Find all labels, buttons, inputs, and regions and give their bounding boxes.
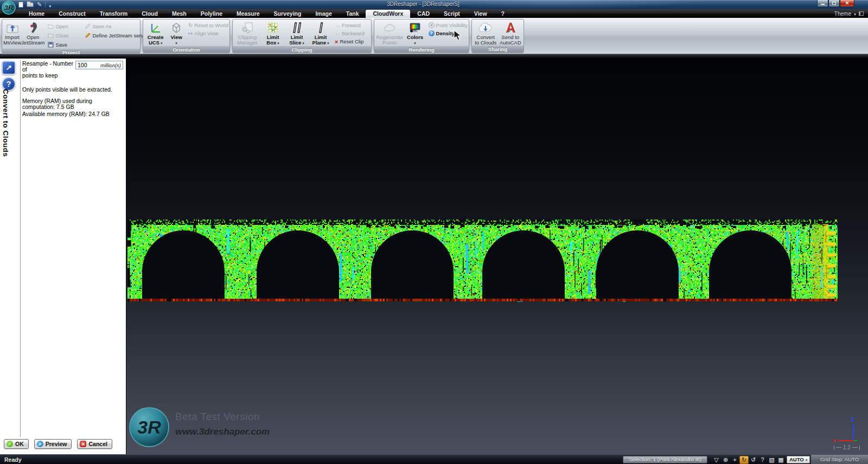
menu-tab-cad[interactable]: CAD [410, 9, 437, 18]
new-document-icon[interactable] [18, 2, 23, 8]
backward-icon [335, 31, 340, 36]
save-as-button[interactable]: Save As [85, 23, 148, 29]
menu-tab-view[interactable]: View [467, 9, 494, 18]
qat-separator [45, 2, 46, 8]
auto-dropdown[interactable]: AUTO [787, 456, 810, 463]
convert-to-clouds-button[interactable]: Convert to Clouds [473, 20, 498, 46]
restore-button[interactable] [828, 0, 840, 7]
save-icon [48, 42, 54, 48]
menu-tab-cloud[interactable]: Cloud [135, 9, 165, 18]
selection-indicator[interactable]: Selection: 1 (Pont Alexandre III) [623, 456, 707, 463]
zoom-region-icon[interactable]: ⊕ [721, 456, 730, 464]
colors-button[interactable]: Colors [404, 20, 426, 46]
axis-x-label: x [833, 437, 836, 443]
send-to-autocad-icon [504, 21, 517, 35]
reset-clip-icon [335, 39, 338, 44]
close-button[interactable] [840, 0, 854, 7]
watermark-beta-text: Beta Test Version [175, 411, 260, 423]
preview-button[interactable]: Preview [34, 439, 72, 449]
open-icon [48, 23, 54, 29]
limit-plane-button[interactable]: Limit Plane [309, 20, 333, 46]
rotate-view-icon[interactable]: ↺ [749, 456, 758, 464]
edit-icon[interactable] [37, 2, 42, 8]
point-visibility-icon [429, 22, 435, 28]
group-label-rendering: Rendering [374, 46, 469, 53]
create-ucs-button[interactable]: Create UCS [144, 20, 167, 46]
qat-dropdown-icon[interactable] [49, 0, 51, 10]
menu-tab-surveying[interactable]: Surveying [267, 9, 309, 18]
menu-tab-home[interactable]: Home [22, 9, 52, 18]
watermark-url-text: www.3dreshaper.com [175, 427, 270, 437]
theme-label[interactable]: Theme [834, 11, 851, 17]
memory-used-text: Memory (RAM) used during computation: 7.… [22, 98, 123, 110]
quick-access-toolbar [18, 1, 51, 8]
menu-tab-tank[interactable]: Tank [339, 9, 366, 18]
point-visibility-button[interactable]: Point Visibility [429, 22, 468, 28]
watermark-logo: 3R [129, 407, 169, 447]
convert-to-clouds-panel: Convert to Clouds Resample - Number of p… [0, 59, 126, 454]
backward-clip-button[interactable]: Backward [335, 30, 365, 36]
menu-tab-script[interactable]: Script [437, 9, 467, 18]
save-button[interactable]: Save [48, 42, 80, 48]
import-msview-button[interactable]: Import MsView [3, 20, 21, 49]
menu-tab-measure[interactable]: Measure [229, 9, 267, 18]
grid-toggle-icon[interactable]: ▦ [776, 456, 786, 464]
scale-value: 1.2 [843, 444, 851, 450]
reset-clip-button[interactable]: Reset Clip [335, 38, 365, 44]
app-logo[interactable]: 3R [2, 1, 16, 15]
open-jetstream-button[interactable]: Open JetStream [21, 20, 44, 49]
align-view-button[interactable]: Align View [188, 30, 228, 36]
define-jetstream-server-button[interactable]: Define JetStream server [85, 33, 148, 38]
limit-box-button[interactable]: Limit Box [261, 20, 285, 46]
close-project-button[interactable]: Close [48, 33, 80, 38]
snap-query-icon[interactable]: ? [758, 456, 767, 464]
cancel-button[interactable]: Cancel [77, 439, 112, 449]
ribbon-group-clipping: Clipping Manager Limit Box Limit Slice [232, 19, 372, 53]
axis-z-line [853, 424, 854, 441]
pan-icon[interactable]: + [730, 456, 739, 464]
viewport-3d[interactable]: 3R Beta Test Version www.3dreshaper.com … [126, 59, 868, 454]
filter-icon[interactable]: ▽ [712, 456, 721, 464]
forward-icon [335, 23, 340, 28]
menu-tab-image[interactable]: Image [308, 9, 339, 18]
ribbon-tabs: HomeConstructTransformCloudMeshPolylineM… [22, 9, 512, 18]
view-cube-icon [170, 21, 183, 35]
ok-button[interactable]: OK [4, 439, 29, 449]
resample-input[interactable] [76, 62, 98, 68]
menu-bar: HomeConstructTransformCloudMeshPolylineM… [0, 9, 868, 18]
forward-clip-button[interactable]: Forward [335, 22, 365, 28]
layout-panes-icon[interactable] [859, 11, 864, 16]
status-icon-strip: ▽⊕+↻↺?▧▦ [712, 455, 786, 464]
menu-tab-cloudworx[interactable]: CloudWorx [366, 10, 410, 18]
clipping-manager-button[interactable]: Clipping Manager [234, 20, 261, 46]
resample-unit-label: million(s) [98, 62, 123, 68]
convert-to-clouds-icon [477, 21, 494, 35]
theme-dropdown-icon[interactable] [854, 11, 856, 17]
regenerate-points-button[interactable]: Regenerate Points [375, 20, 404, 46]
zoom-window-icon[interactable]: ▧ [767, 456, 776, 464]
send-to-autocad-button[interactable]: Send to AutoCAD [498, 20, 522, 46]
reset-to-world-button[interactable]: Reset to World [188, 22, 228, 28]
density-button[interactable]: Density [429, 30, 468, 36]
minimize-button[interactable] [817, 0, 828, 7]
density-icon [429, 30, 435, 36]
menu-tab-transform[interactable]: Transform [93, 9, 135, 18]
axis-y-line [854, 440, 857, 441]
menu-tab-mesh[interactable]: Mesh [165, 9, 194, 18]
mouse-cursor [454, 30, 462, 43]
grid-step-indicator[interactable]: Grid Step: AUTO [810, 455, 868, 464]
view-button[interactable]: View [167, 20, 186, 46]
menu-tab-polyline[interactable]: Polyline [194, 9, 229, 18]
menu-tab--[interactable]: ? [494, 9, 512, 18]
open-button[interactable]: Open [48, 23, 80, 29]
rotation-center-icon[interactable]: ↻ [739, 456, 749, 464]
point-cloud-bridge[interactable] [127, 220, 838, 302]
ribbon: Import MsView Open JetStream Open [0, 18, 868, 54]
export-view-button[interactable] [2, 61, 16, 75]
define-jetstream-icon [85, 33, 91, 38]
window-title: 3DReshaper - [3DReshaperS] [374, 1, 472, 7]
menu-tab-construct[interactable]: Construct [52, 9, 93, 18]
axis-z-label: Z [851, 416, 854, 423]
open-file-icon[interactable] [27, 2, 34, 7]
limit-slice-button[interactable]: Limit Slice [285, 20, 309, 46]
